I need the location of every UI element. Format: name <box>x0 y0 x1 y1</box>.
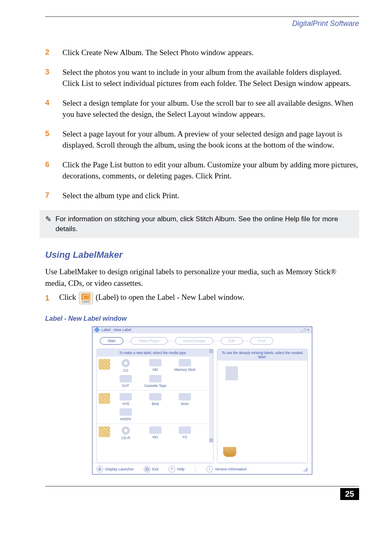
wizard-connector <box>123 341 131 341</box>
category-icon <box>99 393 110 404</box>
media-icon <box>149 375 161 382</box>
section-heading: Using LabelMaker <box>45 250 359 260</box>
step1-post: (Label) to open the Label - New Label wi… <box>96 293 244 302</box>
wizard-step-edit: Edit <box>221 337 243 345</box>
media-group: CD-RMOFD <box>97 424 209 442</box>
wizard-connector <box>243 341 250 341</box>
version-info-button[interactable]: i Version Information <box>206 466 247 472</box>
label-app-icon: Label <box>79 292 93 304</box>
wizard-step-select-paper: Select Paper <box>131 337 168 345</box>
media-label: MD <box>152 368 158 372</box>
status-bar: ⊞ Display Launcher ⏻ Exit ? Help i Versi… <box>92 463 312 474</box>
window-buttons[interactable]: _ □ × <box>301 328 309 332</box>
media-type-8mm[interactable]: 8mm <box>173 393 196 406</box>
exit-button[interactable]: ⏻ Exit <box>144 466 159 472</box>
media-type-beta[interactable]: Beta <box>144 393 167 406</box>
media-icon <box>179 393 191 401</box>
media-label: CD <box>123 368 128 373</box>
media-icon <box>122 426 130 435</box>
media-type-fd[interactable]: FD <box>173 426 196 440</box>
wizard-step-select-design: Select Design <box>175 337 214 345</box>
wizard-step-print: Print <box>250 337 274 345</box>
trash-basket-icon[interactable] <box>223 447 236 457</box>
media-type-dat[interactable]: DAT <box>114 375 137 388</box>
step-item: 5Select a page layout for your album. A … <box>45 128 359 151</box>
step-item: 2Click Create New Album. The Select Phot… <box>45 47 359 58</box>
help-button[interactable]: ? Help <box>168 466 185 472</box>
right-panel-header: To use the already existing labels, sele… <box>217 349 307 361</box>
note-box: ✎ For information on stitching your albu… <box>39 210 359 238</box>
launcher-label: Display Launcher <box>105 467 134 471</box>
wizard-steps: StartSelect PaperSelect DesignEditPrint <box>92 333 312 349</box>
launcher-icon: ⊞ <box>97 466 103 472</box>
step-1: 1 Click Label (Label) to open the Label … <box>45 292 359 304</box>
step-item: 4Select a design template for your album… <box>45 97 359 120</box>
scroll-up-icon[interactable] <box>209 349 213 353</box>
existing-label-icon[interactable] <box>226 366 238 380</box>
step-item: 7Select the album type and click Print. <box>45 190 359 201</box>
media-label: Memory Stick <box>174 368 195 372</box>
step-text: Click the Page List button to edit your … <box>62 159 359 182</box>
media-label: Cassette Tape <box>144 384 166 388</box>
exit-label: Exit <box>152 467 159 471</box>
wizard-connector <box>168 341 175 341</box>
media-icon <box>149 393 161 401</box>
resize-grip-icon[interactable] <box>303 467 308 472</box>
media-type-cassette-tape[interactable]: Cassette Tape <box>144 375 167 388</box>
step-number: 1 <box>45 294 49 303</box>
step-text: Select the photos you want to include in… <box>62 67 359 89</box>
media-type-cd-r[interactable]: CD-R <box>114 426 137 440</box>
step-number: 4 <box>45 97 53 120</box>
running-head: DigitalPrint Software <box>45 19 359 28</box>
title-bar: Label - New Label _ □ × <box>92 327 312 333</box>
separator <box>195 466 196 472</box>
media-icon <box>179 426 191 434</box>
pen-icon: ✎ <box>45 214 51 234</box>
media-type-panel: To make a new label, select the media ty… <box>97 349 214 463</box>
step-text: Click Create New Album. The Select Photo… <box>62 47 359 58</box>
media-type-memory-stick[interactable]: Memory Stick <box>173 359 196 373</box>
screenshot-window: Label - New Label _ □ × StartSelect Pape… <box>92 326 312 475</box>
info-icon: i <box>206 466 213 472</box>
step-number: 3 <box>45 67 53 89</box>
media-label: VHS <box>122 402 129 406</box>
category-icon <box>99 359 110 370</box>
version-label: Version Information <box>215 467 247 471</box>
media-label: MO <box>152 435 158 439</box>
wizard-connector <box>213 341 221 341</box>
step-number: 6 <box>45 159 53 182</box>
help-label: Help <box>177 467 185 471</box>
scrollbar[interactable] <box>209 349 213 442</box>
media-type-minidv[interactable]: miniDV <box>114 408 137 421</box>
media-icon <box>149 359 161 366</box>
media-group: CDMDMemory StickDATCassette Tape <box>97 357 209 390</box>
media-icon <box>149 426 161 434</box>
media-icon <box>179 359 191 366</box>
media-icon <box>120 375 132 382</box>
media-label: miniDV <box>120 417 131 421</box>
step-text: Select a design template for your album.… <box>62 97 359 120</box>
page-number: 25 <box>340 488 359 500</box>
media-icon <box>122 359 130 367</box>
exit-icon: ⏻ <box>144 466 150 472</box>
window-title: Label - New Label <box>101 328 131 332</box>
media-type-md[interactable]: MD <box>144 359 167 373</box>
section-intro: Use LabelMaker to design original labels… <box>45 266 359 289</box>
label-icon-caption: Label <box>82 300 90 303</box>
display-launcher-button[interactable]: ⊞ Display Launcher <box>97 466 134 472</box>
step-text: Select the album type and click Print. <box>62 190 359 201</box>
media-label: CD-R <box>121 436 130 440</box>
figure-caption: Label - New Label window <box>45 315 359 322</box>
media-type-vhs[interactable]: VHS <box>114 393 137 406</box>
media-label: FD <box>182 435 187 439</box>
media-type-cd[interactable]: CD <box>114 359 137 373</box>
media-type-mo[interactable]: MO <box>144 426 167 440</box>
scroll-down-icon[interactable] <box>209 438 213 442</box>
media-group: VHSBeta8mmminiDV <box>97 390 209 424</box>
wizard-step-start[interactable]: Start <box>100 337 123 345</box>
step-item: 3Select the photos you want to include i… <box>45 67 359 89</box>
media-label: Beta <box>152 402 159 406</box>
media-label: DAT <box>122 384 129 388</box>
app-icon <box>94 327 100 333</box>
media-icon <box>120 393 132 401</box>
